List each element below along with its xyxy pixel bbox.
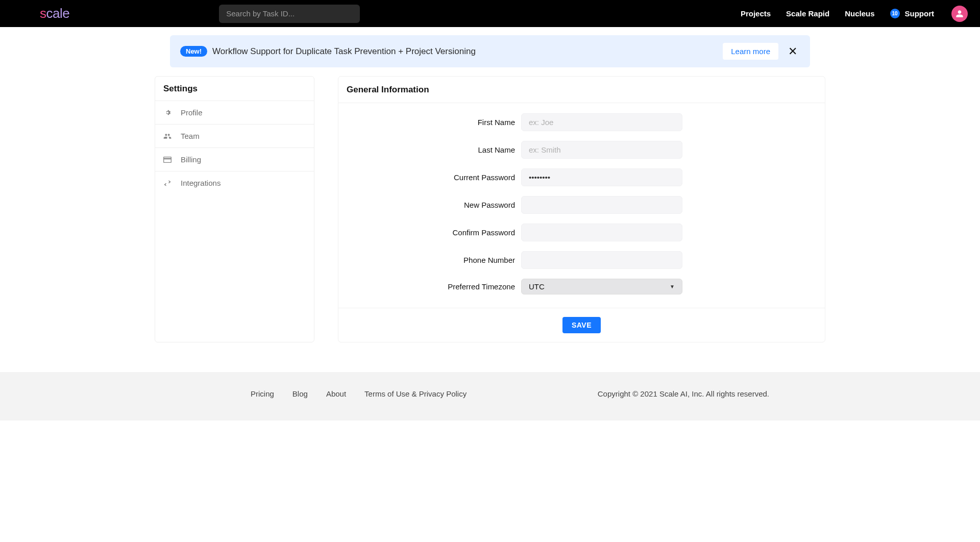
last-name-input[interactable] bbox=[521, 141, 682, 159]
sidebar-item-billing[interactable]: Billing bbox=[155, 148, 314, 171]
form-area: First Name Last Name Current Password Ne… bbox=[338, 103, 825, 308]
copyright: Copyright © 2021 Scale AI, Inc. All righ… bbox=[598, 389, 769, 398]
users-icon bbox=[163, 133, 172, 140]
nav-scale-rapid[interactable]: Scale Rapid bbox=[786, 9, 829, 18]
footer-pricing[interactable]: Pricing bbox=[251, 389, 274, 398]
search-box[interactable] bbox=[219, 5, 360, 23]
footer-terms[interactable]: Terms of Use & Privacy Policy bbox=[364, 389, 467, 398]
logo[interactable]: scale bbox=[40, 6, 69, 21]
sidebar-item-label: Integrations bbox=[181, 179, 220, 187]
footer-links: Pricing Blog About Terms of Use & Privac… bbox=[251, 389, 467, 398]
first-name-input[interactable] bbox=[521, 113, 682, 131]
confirm-password-label: Confirm Password bbox=[338, 228, 521, 237]
learn-more-button[interactable]: Learn more bbox=[723, 43, 778, 60]
phone-input[interactable] bbox=[521, 251, 682, 269]
general-info-card: General Information First Name Last Name… bbox=[338, 76, 825, 342]
logo-glyph-cale: cale bbox=[46, 6, 70, 21]
new-badge: New! bbox=[180, 46, 207, 57]
new-password-input[interactable] bbox=[521, 196, 682, 214]
footer-about[interactable]: About bbox=[326, 389, 346, 398]
new-password-label: New Password bbox=[338, 201, 521, 209]
avatar[interactable] bbox=[951, 6, 968, 22]
save-button[interactable]: SAVE bbox=[562, 317, 601, 333]
current-password-label: Current Password bbox=[338, 173, 521, 182]
gear-icon bbox=[163, 109, 172, 116]
first-name-label: First Name bbox=[338, 118, 521, 127]
nav-nucleus[interactable]: Nucleus bbox=[845, 9, 874, 18]
sidebar-item-label: Billing bbox=[181, 155, 201, 164]
close-icon[interactable]: ✕ bbox=[786, 45, 800, 58]
sidebar-item-label: Profile bbox=[181, 108, 203, 117]
phone-label: Phone Number bbox=[338, 256, 521, 264]
nav-support[interactable]: 10 Support bbox=[890, 9, 935, 18]
nav-support-label: Support bbox=[905, 9, 935, 18]
sidebar-item-integrations[interactable]: Integrations bbox=[155, 171, 314, 194]
settings-sidebar: Settings Profile Team Billing Integratio… bbox=[155, 76, 314, 342]
caret-down-icon: ▼ bbox=[670, 284, 675, 289]
logo-glyph-s: s bbox=[40, 6, 46, 21]
sidebar-item-team[interactable]: Team bbox=[155, 125, 314, 148]
confirm-password-input[interactable] bbox=[521, 224, 682, 241]
nav-projects[interactable]: Projects bbox=[741, 9, 771, 18]
save-row: SAVE bbox=[338, 308, 825, 342]
search-input[interactable] bbox=[226, 9, 353, 18]
content-container: Settings Profile Team Billing Integratio… bbox=[155, 76, 825, 342]
footer-blog[interactable]: Blog bbox=[292, 389, 308, 398]
header-nav: Projects Scale Rapid Nucleus 10 Support bbox=[741, 6, 968, 22]
user-icon bbox=[955, 10, 964, 18]
timezone-select[interactable]: UTC ▼ bbox=[521, 279, 682, 294]
sidebar-item-profile[interactable]: Profile bbox=[155, 101, 314, 125]
header-bar: scale Projects Scale Rapid Nucleus 10 Su… bbox=[0, 0, 980, 27]
notice-banner: New! Workflow Support for Duplicate Task… bbox=[170, 35, 810, 67]
current-password-input[interactable] bbox=[521, 168, 682, 186]
sidebar-title: Settings bbox=[155, 77, 314, 101]
last-name-label: Last Name bbox=[338, 145, 521, 154]
exchange-icon bbox=[163, 180, 172, 187]
credit-card-icon bbox=[163, 157, 172, 163]
banner-text: Workflow Support for Duplicate Task Prev… bbox=[212, 46, 476, 57]
timezone-label: Preferred Timezone bbox=[338, 282, 521, 291]
timezone-value: UTC bbox=[529, 282, 545, 291]
sidebar-item-label: Team bbox=[181, 132, 200, 140]
support-badge: 10 bbox=[890, 9, 900, 18]
footer: Pricing Blog About Terms of Use & Privac… bbox=[0, 372, 980, 421]
card-title: General Information bbox=[338, 77, 825, 103]
